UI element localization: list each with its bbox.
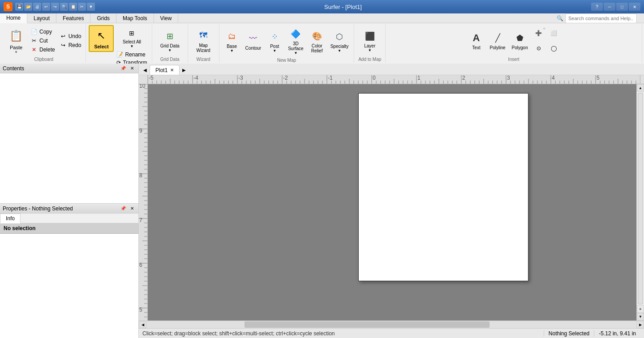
paste-label: Paste xyxy=(10,45,22,50)
base-button[interactable]: 🗂 Base ▼ xyxy=(222,28,242,55)
tab-nav-next[interactable]: ▶ xyxy=(180,65,189,75)
tab-grids[interactable]: Grids xyxy=(90,13,116,23)
redo-icon: ↪ xyxy=(60,42,67,49)
select-all-icon: ⊞ xyxy=(125,27,138,39)
copy-quick-icon[interactable]: 📋 xyxy=(69,3,77,11)
svg-text:1: 1 xyxy=(417,75,421,81)
copy-button[interactable]: 📄 Copy xyxy=(29,28,57,36)
save-icon[interactable]: 💾 xyxy=(15,3,23,11)
insert-extra-4-icon: ◯ xyxy=(551,45,557,51)
scrollbar-v-thumb[interactable] xyxy=(638,93,643,304)
layer-icon: ⬛ xyxy=(363,29,377,43)
tab-plot1[interactable]: Plot1 ✕ xyxy=(150,65,180,75)
tab-map-tools[interactable]: Map Tools xyxy=(116,13,154,23)
layer-button[interactable]: ⬛ Layer ▼ xyxy=(360,27,380,54)
tab-plot1-close[interactable]: ✕ xyxy=(170,68,174,73)
insert-extra-2[interactable]: ⊙ xyxy=(532,41,546,56)
customize-icon[interactable]: ▼ xyxy=(87,3,95,11)
properties-tabs: Info xyxy=(0,214,138,223)
svg-text:8: 8 xyxy=(139,172,142,179)
select-icon: ↖ xyxy=(93,28,109,44)
scrollbar-h-track[interactable] xyxy=(146,321,636,328)
scrollbar-h-thumb[interactable] xyxy=(245,321,489,328)
color-relief-button[interactable]: 🎨 Color Relief xyxy=(307,27,327,55)
paste-button[interactable]: 📋 Paste ▼ xyxy=(4,26,28,55)
cut-label: Cut xyxy=(39,38,48,44)
ruler-vertical: 10987654 xyxy=(139,84,148,321)
insert-extra-4[interactable]: ◯ xyxy=(547,41,561,56)
svg-text:9: 9 xyxy=(139,128,142,134)
undo-quick-icon[interactable]: ↩ xyxy=(42,3,50,11)
scrollbar-h-right-btn[interactable]: ▶ xyxy=(636,321,644,328)
select-all-button[interactable]: ⊞ Select All ▼ xyxy=(115,25,149,50)
grid-data-button[interactable]: ⊞ Grid Data ▼ xyxy=(158,27,182,54)
tab-nav-prev[interactable]: ◀ xyxy=(141,65,150,75)
print-icon[interactable]: 🖨 xyxy=(33,3,41,11)
properties-close-button[interactable]: ✕ xyxy=(129,205,136,212)
color-relief-icon: 🎨 xyxy=(310,29,324,43)
canvas-scroll[interactable] xyxy=(148,84,636,321)
insert-extra-1-badge: ○ xyxy=(543,26,545,30)
select-button[interactable]: ↖ Select xyxy=(89,25,114,52)
redo-quick-icon[interactable]: ↪ xyxy=(51,3,59,11)
window-minimize-btn[interactable]: ─ xyxy=(604,3,615,11)
scrollbar-v-divider: ≡ xyxy=(637,305,644,313)
tab-info[interactable]: Info xyxy=(0,214,21,223)
insert-extra-1[interactable]: ➕ ○ xyxy=(532,26,546,40)
rename-button[interactable]: 📝 Rename xyxy=(115,51,149,58)
ruler-row-top: /* ticks drawn below */ -5-4-3-2-1012345… xyxy=(139,75,644,84)
contents-close-button[interactable]: ✕ xyxy=(129,65,136,72)
search-input[interactable] xyxy=(565,13,637,23)
properties-pin-button[interactable]: 📌 xyxy=(120,205,127,212)
polyline-icon: ╱ xyxy=(490,31,505,45)
delete-label: Delete xyxy=(39,47,55,53)
contents-panel-controls: 📌 ✕ xyxy=(120,65,136,72)
ribbon-tab-bar: Home Layout Features Grids Map Tools Vie… xyxy=(0,13,644,23)
map-wizard-button[interactable]: 🗺 MapWizard xyxy=(193,27,213,55)
grid-data-label: Grid Data xyxy=(160,43,180,48)
contents-pin-button[interactable]: 📌 xyxy=(120,65,127,72)
copy-label: Copy xyxy=(39,29,52,35)
tab-features[interactable]: Features xyxy=(56,13,90,23)
cut-button[interactable]: ✂ Cut xyxy=(29,37,57,45)
scrollbar-v-up-btn[interactable]: ▲ xyxy=(637,84,644,92)
zoom-icon[interactable]: 🔍 xyxy=(60,3,68,11)
surface-3d-label: 3D Surface xyxy=(288,41,303,51)
undo-button[interactable]: ↩ Undo xyxy=(58,32,83,40)
scrollbar-v-down-btn[interactable]: ▼ xyxy=(637,313,644,321)
specialty-button[interactable]: ⬡ Specialty ▼ xyxy=(328,28,352,55)
svg-text:-4: -4 xyxy=(193,75,198,81)
contents-panel-title: Contents xyxy=(3,65,24,72)
canvas-area: /* ticks drawn below */ -5-4-3-2-1012345… xyxy=(139,75,644,328)
cut-quick-icon[interactable]: ✂ xyxy=(78,3,86,11)
scrollbar-h-left-btn[interactable]: ◀ xyxy=(139,321,146,328)
window-close-btn[interactable]: ✕ xyxy=(629,3,640,11)
tab-layout[interactable]: Layout xyxy=(27,13,56,23)
ribbon-group-new-map: 🗂 Base ▼ 〰 Contour ⁘ Post ▼ 🔷 3D Surface… xyxy=(219,24,355,63)
post-button[interactable]: ⁘ Post ▼ xyxy=(265,28,284,55)
contour-button[interactable]: 〰 Contour xyxy=(243,30,264,52)
svg-text:-3: -3 xyxy=(238,75,243,81)
select-all-label: Select All xyxy=(123,39,141,44)
insert-extra-3[interactable]: ⬜ xyxy=(547,26,561,40)
insert-extra-3-icon: ⬜ xyxy=(550,30,557,36)
ribbon-group-grid-data: ⊞ Grid Data ▼ Grid Data xyxy=(152,24,188,63)
window-help-btn[interactable]: ? xyxy=(591,3,603,11)
text-button[interactable]: A Text xyxy=(467,29,486,52)
window-restore-btn[interactable]: □ xyxy=(616,3,628,11)
open-icon[interactable]: 📂 xyxy=(24,3,32,11)
tab-view[interactable]: View xyxy=(154,13,179,23)
properties-panel-title: Properties - Nothing Selected xyxy=(3,205,73,212)
status-coordinates: -5.12 in, 9.41 in xyxy=(594,330,640,337)
surface-3d-button[interactable]: 🔷 3D Surface ▼ xyxy=(285,25,306,57)
tab-home[interactable]: Home xyxy=(0,13,27,23)
polyline-button[interactable]: ╱ Polyline xyxy=(487,29,508,52)
polygon-button[interactable]: ⬟ Polygon xyxy=(509,29,531,52)
svg-text:-2: -2 xyxy=(283,75,288,81)
wizard-group-label: Wizard xyxy=(197,56,210,62)
ribbon-group-add-to-map: ⬛ Layer ▼ Add to Map xyxy=(354,24,386,63)
map-wizard-label: MapWizard xyxy=(197,43,210,53)
contour-icon: 〰 xyxy=(246,31,260,46)
delete-button[interactable]: ✕ Delete xyxy=(29,46,57,54)
redo-button[interactable]: ↪ Redo xyxy=(58,41,83,49)
